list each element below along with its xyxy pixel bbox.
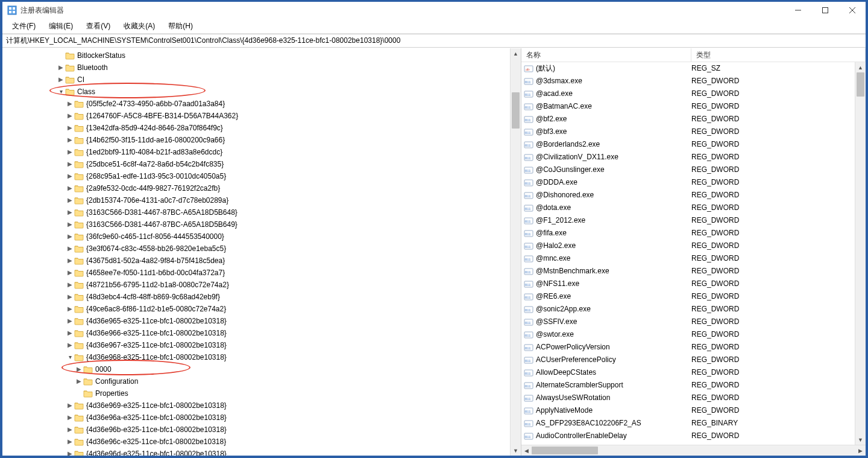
chevron-right-icon[interactable]: ▶ [66,291,74,303]
tree-item[interactable]: ▾{4d36e968-e325-11ce-bfc1-08002be10318} [2,351,521,363]
chevron-right-icon[interactable]: ▶ [66,158,74,170]
list-item[interactable]: 011@Halo2.exeREG_DWORD [521,240,866,252]
titlebar[interactable]: 注册表编辑器 [2,2,866,19]
chevron-right-icon[interactable]: ▶ [66,339,74,351]
chevron-right-icon[interactable]: ▶ [66,206,74,218]
menu-view[interactable]: 查看(V) [81,20,115,33]
tree-item[interactable]: BitlockerStatus [2,49,521,62]
tree-item[interactable]: ▶Configuration [2,375,521,387]
chevron-down-icon[interactable]: ▾ [57,86,65,98]
list-item[interactable]: 011@bf3.exeREG_DWORD [521,126,866,138]
tree-item[interactable]: ▶{3163C566-D381-4467-87BC-A65A18D5B649} [2,218,521,231]
column-name[interactable]: 名称 [521,48,691,62]
list-item[interactable]: 011AlternateScramblerSupportREG_DWORD [521,379,866,392]
tree-item[interactable]: ▶{25dbce51-6c8f-4a72-8a6d-b54c2b4fc835} [2,158,521,170]
chevron-right-icon[interactable]: ▶ [66,255,74,267]
menu-help[interactable]: 帮助(H) [163,20,198,33]
close-button[interactable] [838,2,866,19]
tree-item[interactable]: ▶0000 [2,363,521,375]
tree-item[interactable]: ▶CI [2,74,521,86]
tree-item[interactable]: ▶{4658ee7e-f050-11d1-b6bd-00c04fa372a7} [2,267,521,279]
address-bar[interactable]: 计算机\HKEY_LOCAL_MACHINE\SYSTEM\ControlSet… [2,34,866,48]
chevron-right-icon[interactable]: ▶ [66,170,74,182]
list-item[interactable]: 011AlwaysUseSWRotationREG_DWORD [521,392,866,404]
tree-item[interactable]: ▶{4d36e96a-e325-11ce-bfc1-08002be10318} [2,412,521,424]
tree-item[interactable]: ▶{05f5cfe2-4733-4950-a6bb-07aad01a3a84} [2,98,521,110]
chevron-right-icon[interactable]: ▶ [66,243,74,255]
chevron-right-icon[interactable]: ▶ [75,363,83,375]
menu-edit[interactable]: 编辑(E) [44,20,78,33]
list-item[interactable]: 011@dota.exeREG_DWORD [521,202,866,214]
list-item[interactable]: 011AudioControllerEnableDelayREG_DWORD [521,430,866,442]
tree-item[interactable]: ▶{13e42dfa-85d9-424d-8646-28a70f864f9c} [2,122,521,134]
list-item[interactable]: 011@CoJGunslinger.exeREG_DWORD [521,164,866,176]
menu-favorites[interactable]: 收藏夹(A) [119,20,160,33]
list-item[interactable]: 011@BatmanAC.exeREG_DWORD [521,100,866,113]
list-item[interactable]: 011@SSFIV.exeREG_DWORD [521,316,866,328]
list-item[interactable]: 011@MstnBenchmark.exeREG_DWORD [521,265,866,278]
list-scroll-down-icon[interactable]: ▼ [855,434,866,445]
chevron-right-icon[interactable]: ▶ [66,194,74,206]
tree-item[interactable]: ▶{49ce6ac8-6f86-11d2-b1e5-0080c72e74a2} [2,303,521,315]
chevron-right-icon[interactable]: ▶ [66,110,74,122]
list-item[interactable]: 011@NFS11.exeREG_DWORD [521,278,866,290]
list-scrollbar-y[interactable]: ▲ ▼ [855,62,866,445]
tree-item[interactable]: ▶{2a9fe532-0cdc-44f9-9827-76192f2ca2fb} [2,182,521,194]
list-item[interactable]: 011@Borderlands2.exeREG_DWORD [521,138,866,151]
chevron-right-icon[interactable]: ▶ [66,315,74,327]
tree-item[interactable]: ▶{48d3ebc4-4cf8-48ff-b869-9c68ad42eb9f} [2,291,521,303]
list-item[interactable]: 011@RE6.exeREG_DWORD [521,290,866,303]
list-scroll-thumb-y[interactable] [857,72,864,97]
chevron-right-icon[interactable]: ▶ [66,98,74,110]
list-item[interactable]: 011@3dsmax.exeREG_DWORD [521,75,866,87]
chevron-right-icon[interactable]: ▶ [66,134,74,146]
tree-item[interactable]: ▶{4d36e966-e325-11ce-bfc1-08002be10318} [2,327,521,339]
chevron-right-icon[interactable]: ▶ [66,399,74,412]
tree-item[interactable]: ▶{1264760F-A5C8-4BFE-B314-D56A7B44A362} [2,110,521,122]
list-scroll-right-icon[interactable]: ▶ [855,445,866,456]
tree-item[interactable]: Properties [2,387,521,399]
tree-scroll-up-icon[interactable]: ▲ [511,48,521,59]
tree-item[interactable]: ▶{4d36e965-e325-11ce-bfc1-08002be10318} [2,315,521,327]
list-scroll-up-icon[interactable]: ▲ [855,62,866,72]
chevron-right-icon[interactable]: ▶ [57,74,65,86]
chevron-right-icon[interactable]: ▶ [66,218,74,231]
chevron-right-icon[interactable]: ▶ [66,267,74,279]
chevron-right-icon[interactable]: ▶ [66,279,74,291]
chevron-right-icon[interactable]: ▶ [66,412,74,424]
chevron-right-icon[interactable]: ▶ [66,436,74,448]
tree-item[interactable]: ▶{43675d81-502a-4a82-9f84-b75f418c5dea} [2,255,521,267]
tree-item[interactable]: ▶{1ed2bbf9-11f0-4084-b21f-ad83a8e6dcdc} [2,146,521,158]
tree-scroll-down-icon[interactable]: ▼ [511,445,521,456]
tree-item[interactable]: ▶{14b62f50-3f15-11dd-ae16-0800200c9a66} [2,134,521,146]
tree-scroll-thumb[interactable] [512,92,520,129]
tree-item[interactable]: ▶{4d36e967-e325-11ce-bfc1-08002be10318} [2,339,521,351]
chevron-right-icon[interactable]: ▶ [75,375,83,387]
list-item[interactable]: 011AS_DFP293E8AC102206F2_ASREG_BINARY [521,417,866,430]
list-item[interactable]: 011@bf2.exeREG_DWORD [521,113,866,126]
list-item[interactable]: 011@F1_2012.exeREG_DWORD [521,214,866,227]
chevron-down-icon[interactable]: ▾ [66,351,74,363]
list-item[interactable]: 011@CivilizationV_DX11.exeREG_DWORD [521,151,866,164]
list-item[interactable]: 011ACUserPreferencePolicyREG_DWORD [521,354,866,366]
tree-item[interactable]: ▶{36fc9e60-c465-11cf-8056-444553540000} [2,231,521,243]
list-scrollbar-x[interactable]: ◀ ▶ [521,445,866,456]
tree-item[interactable]: ▶{268c95a1-edfe-11d3-95c3-0010dc4050a5} [2,170,521,182]
chevron-right-icon[interactable]: ▶ [66,303,74,315]
list-item[interactable]: 011ACPowerPolicyVersionREG_DWORD [521,341,866,354]
tree-item[interactable]: ▶Bluetooth [2,62,521,74]
tree-item[interactable]: ▶{4d36e96b-e325-11ce-bfc1-08002be10318} [2,424,521,436]
list-item[interactable]: 011AllowDeepCStatesREG_DWORD [521,366,866,379]
menu-file[interactable]: 文件(F) [7,20,40,33]
list-scroll-left-icon[interactable]: ◀ [521,445,532,456]
list-item[interactable]: 011@Dishonored.exeREG_DWORD [521,189,866,202]
column-type[interactable]: 类型 [691,48,866,62]
chevron-right-icon[interactable]: ▶ [66,182,74,194]
chevron-right-icon[interactable]: ▶ [57,62,65,74]
registry-tree[interactable]: BitlockerStatus▶Bluetooth▶CI▾Class▶{05f5… [2,49,521,456]
tree-item[interactable]: ▶{3e3f0674-c83c-4558-bb26-9820e1eba5c5} [2,243,521,255]
list-scroll-thumb-x[interactable] [532,447,598,454]
tree-item[interactable]: ▶{4d36e969-e325-11ce-bfc1-08002be10318} [2,399,521,412]
list-item[interactable]: 011@DDDA.exeREG_DWORD [521,176,866,189]
list-item[interactable]: 011@acad.exeREG_DWORD [521,87,866,100]
